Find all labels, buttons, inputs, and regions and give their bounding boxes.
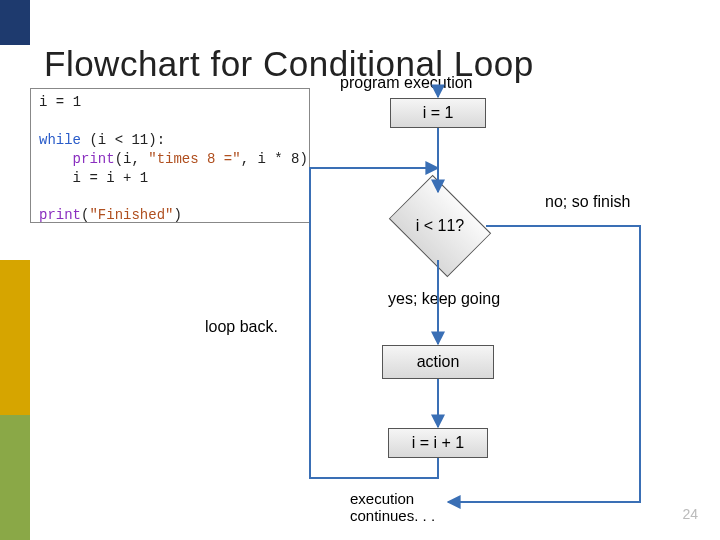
accent-bar-gold: [0, 260, 30, 415]
label-no-branch: no; so finish: [545, 193, 630, 211]
code-line-print-finished: print("Finished"): [39, 207, 182, 223]
label-program-execution: program execution: [340, 74, 473, 92]
label-loop-back: loop back.: [205, 318, 278, 336]
node-init-text: i = 1: [423, 104, 454, 122]
node-init: i = 1: [390, 98, 486, 128]
node-increment: i = i + 1: [388, 428, 488, 458]
node-action-text: action: [417, 353, 460, 371]
label-yes-branch: yes; keep going: [388, 290, 500, 308]
node-action: action: [382, 345, 494, 379]
code-line-print-body: print(i, "times 8 =", i * 8): [39, 151, 308, 167]
label-execution-continues: execution continues. . .: [350, 490, 435, 524]
accent-bar-green: [0, 415, 30, 540]
code-line-increment: i = i + 1: [39, 170, 148, 186]
node-decision: i < 11?: [394, 195, 486, 257]
node-decision-text: i < 11?: [394, 195, 486, 257]
accent-bar-blue: [0, 0, 30, 45]
code-line-1: i = 1: [39, 94, 81, 110]
code-snippet: i = 1 while (i < 11): print(i, "times 8 …: [30, 88, 310, 223]
node-increment-text: i = i + 1: [412, 434, 464, 452]
code-line-while: while (i < 11):: [39, 132, 165, 148]
slide-number: 24: [682, 506, 698, 522]
